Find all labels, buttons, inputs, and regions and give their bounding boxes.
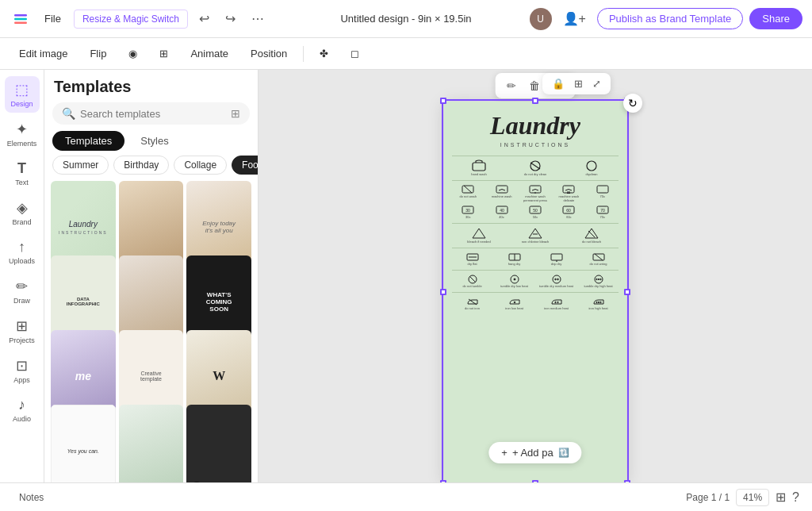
svg-text:30: 30 [465, 208, 470, 213]
crop-button[interactable]: ✤ [313, 44, 335, 63]
share-button[interactable]: Share [749, 8, 802, 29]
elements-icon: ✦ [16, 121, 28, 138]
laundry-temp-60: 60 60c [553, 205, 584, 220]
grid-button[interactable]: ⊞ [571, 76, 586, 91]
laundry-iron-med: iron medium heat [536, 296, 576, 311]
laundry-title: Laundry [452, 111, 619, 140]
svg-rect-35 [551, 254, 562, 260]
animate-button[interactable]: Animate [184, 44, 235, 63]
svg-rect-2 [14, 21, 27, 24]
laundry-non-chlorine: non chlorine bleach [508, 227, 562, 244]
more-options-button[interactable]: ⋯ [247, 8, 269, 29]
svg-point-43 [514, 279, 515, 280]
svg-rect-0 [14, 14, 27, 17]
tab-templates[interactable]: Templates [52, 131, 124, 151]
draw-label: Draw [13, 297, 30, 305]
flip-button[interactable]: Flip [83, 44, 113, 63]
laundry-temp-70: 70 70c [587, 205, 619, 220]
search-input[interactable] [80, 108, 226, 120]
magic-switch-button[interactable]: Resize & Magic Switch [74, 10, 188, 29]
redo-button[interactable]: ↪ [220, 8, 240, 29]
template-item[interactable]: ▶ [186, 405, 251, 482]
filter-button[interactable]: ◉ [122, 44, 144, 63]
svg-text:70: 70 [600, 208, 605, 213]
sidebar-item-audio[interactable]: ♪ Audio [5, 392, 40, 428]
notes-button[interactable]: Notes [13, 490, 50, 505]
filter-chips: Summer Birthday Collage Food … [44, 156, 258, 175]
laundry-tumble-med: tumble dry medium heat [536, 274, 576, 289]
chip-collage[interactable]: Collage [174, 156, 227, 175]
svg-marker-27 [529, 229, 542, 238]
audio-icon: ♪ [18, 397, 25, 413]
divider2 [452, 180, 619, 181]
svg-text:60: 60 [567, 208, 572, 213]
laundry-no-bleach: do not bleach [565, 227, 619, 244]
svg-point-55 [596, 302, 596, 302]
text-icon: T [17, 160, 26, 177]
laundry-iron-low: iron low heat [494, 296, 534, 311]
svg-text:40: 40 [500, 208, 504, 213]
canvas-container[interactable]: ↻ Laundry INSTRUCTIONS hand wash [444, 102, 626, 482]
fullscreen-button[interactable]: ⤢ [589, 76, 604, 91]
svg-point-49 [598, 279, 599, 279]
laundry-no-iron: do not iron [452, 296, 492, 311]
sidebar-item-projects[interactable]: ⊞ Projects [5, 313, 40, 349]
add-page-button[interactable]: + + Add pa 🔃 [488, 442, 581, 463]
position-button[interactable]: Position [244, 44, 293, 63]
laundry-iron-high: iron high heat [578, 296, 619, 311]
secondary-toolbar: Edit image Flip ◉ ⊞ Animate Position ✤ ◻ [0, 38, 812, 70]
lock-button[interactable]: 🔒 [549, 76, 568, 91]
laundry-divider [452, 156, 619, 156]
add-person-button[interactable]: 👤+ [558, 8, 591, 29]
publish-button[interactable]: Publish as Brand Template [597, 8, 743, 29]
laundry-icon-mw-del: machine wash delicate [553, 184, 584, 203]
design-label: Design [10, 100, 33, 108]
svg-line-8 [464, 186, 472, 193]
laundry-card: Laundry INSTRUCTIONS hand wash [444, 102, 626, 482]
laundry-temp-40: 40 40c [485, 205, 517, 220]
transparency-button[interactable]: ◻ [344, 44, 366, 63]
laundry-subtitle: INSTRUCTIONS [452, 142, 619, 148]
chip-birthday[interactable]: Birthday [113, 156, 169, 175]
draw-icon: ✏ [16, 278, 28, 295]
tab-styles[interactable]: Styles [128, 131, 181, 151]
delete-canvas-button[interactable]: 🗑 [524, 76, 545, 95]
adjust-button[interactable]: ⊞ [153, 44, 174, 63]
sidebar-item-apps[interactable]: ⊡ Apps [5, 352, 40, 389]
divider3 [452, 223, 619, 224]
help-button[interactable]: ? [792, 490, 799, 505]
app-menu-button[interactable] [10, 8, 32, 30]
top-toolbar: File Resize & Magic Switch ↩ ↪ ⋯ Untitle… [0, 0, 812, 38]
sidebar-item-uploads[interactable]: ↑ Uploads [5, 234, 40, 270]
toolbar-divider [303, 46, 304, 62]
undo-button[interactable]: ↩ [194, 8, 214, 29]
uploads-label: Uploads [9, 257, 35, 265]
template-item[interactable]: Yes you can. [51, 405, 116, 482]
laundry-icon-mw-pp: machine wash permanent press [519, 184, 551, 203]
template-item[interactable] [119, 405, 184, 482]
sidebar-item-text[interactable]: T Text [5, 156, 40, 191]
sidebar-item-design[interactable]: ⬚ Design [5, 76, 40, 113]
status-bar: Notes Page 1 / 1 41% ⊞ ? [0, 482, 812, 511]
elements-label: Elements [7, 140, 37, 148]
chip-food[interactable]: Food [232, 156, 258, 175]
sidebar-item-draw[interactable]: ✏ Draw [5, 273, 40, 309]
divider5 [452, 270, 619, 271]
panel-tabs: Templates Styles [44, 131, 258, 151]
brand-label: Brand [12, 218, 31, 226]
edit-canvas-button[interactable]: ✏ [502, 76, 521, 95]
laundry-no-wring: do not wring [578, 252, 619, 267]
rotate-handle[interactable]: ↻ [623, 94, 642, 113]
edit-image-button[interactable]: Edit image [13, 44, 74, 63]
sidebar-item-elements[interactable]: ✦ Elements [5, 116, 40, 152]
svg-point-53 [554, 302, 555, 302]
transparency-icon: ◻ [350, 48, 359, 60]
grid-view-button[interactable]: ⊞ [776, 490, 786, 505]
chip-summer[interactable]: Summer [52, 156, 109, 175]
sidebar-item-brand[interactable]: ◈ Brand [5, 194, 40, 231]
canvas-lock-controls: 🔒 ⊞ ⤢ [542, 73, 611, 94]
zoom-button[interactable]: 41% [736, 489, 769, 506]
filter-options-icon[interactable]: ⊞ [231, 107, 240, 120]
file-menu-button[interactable]: File [38, 10, 67, 28]
brand-icon: ◈ [17, 199, 28, 217]
